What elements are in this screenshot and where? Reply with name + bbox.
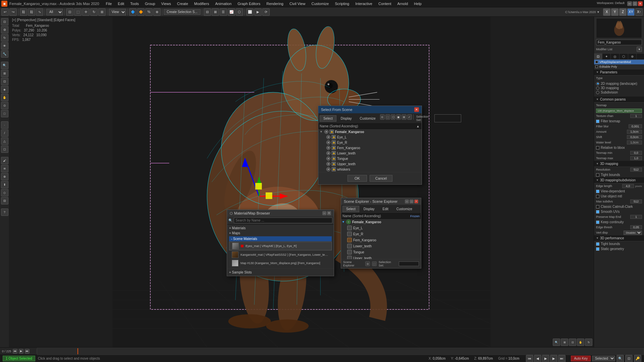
water-level-input[interactable] [627,140,642,144]
pan-btn[interactable]: ✋ [1,94,8,101]
mapping-3d-section[interactable]: ▼ 3D mapping [594,161,644,167]
3d-perf-section[interactable]: ▼ 3D performance [594,235,644,241]
se-footer-btn2[interactable]: ⬚ [372,261,377,266]
mat-minimize[interactable]: ─ [322,211,326,215]
view-dep-check[interactable]: ✓ [596,190,599,193]
next-key-btn[interactable]: ⏭ [25,349,30,354]
connect-btn[interactable]: ⊟ [1,197,8,204]
se-maximize[interactable]: □ [410,199,414,203]
render-frame-button[interactable]: ▶ [254,8,262,16]
xy-axis-btn[interactable]: XY [627,8,635,16]
mod-tab-2[interactable]: ✦ [602,54,611,59]
menu-create[interactable]: Create [174,0,191,7]
menu-modifiers[interactable]: Modifiers [192,0,212,7]
rotate-button[interactable]: ↻ [90,8,98,16]
vp-zoom-ext[interactable]: ⊡ [569,339,576,346]
render-iterative-button[interactable]: ⟳ [262,8,270,16]
soft-selection-btn[interactable]: ≋ [1,165,8,172]
redo-button[interactable]: ↪ [9,8,17,16]
scene-icon-btn6[interactable]: ✓ [407,114,412,120]
menu-tools[interactable]: Tools [127,0,142,7]
percent-snap-button[interactable]: % [145,8,153,16]
yz-axis-btn[interactable]: X↑ [635,8,643,16]
next-frame-btn[interactable]: ▶ [550,355,557,362]
tree-item-lowerteeth[interactable]: 👁 🔒 Lower_teeth [318,150,422,156]
tab-select[interactable]: Select [320,115,336,122]
radio-3d-mapping[interactable]: 3D mapping [596,86,642,90]
se-eyeL[interactable]: Eye_L [341,225,421,231]
scene-icon-btn2[interactable]: ⬚ [385,114,390,120]
materials-section[interactable]: + Materials [229,226,332,231]
utilities-btn[interactable]: 🔧 [1,50,8,58]
filter-texmap-check[interactable]: ✓ [596,120,599,123]
prev-frame-btn[interactable]: ◀ [534,355,541,362]
scene-icon-btn3[interactable]: ⬡ [391,114,395,120]
viewport-select[interactable]: View [109,9,126,15]
tree-item-whiskers[interactable]: 👁 🔒 whiskers [318,167,422,172]
set-key-btn[interactable]: 🔑 [634,355,641,362]
paint-brush-btn[interactable]: 🖌 [1,157,8,164]
scene-icon-btn5[interactable]: ⊞ [401,114,406,120]
smooth-uvs-check[interactable]: ✓ [596,210,599,214]
angle-snap-button[interactable]: 🔶 [137,8,145,16]
menu-content[interactable]: Content [376,0,394,7]
edge-btn[interactable]: / [1,129,8,137]
time-cursor[interactable] [77,348,78,354]
use-obj-mtl-check[interactable] [596,195,599,198]
select-button[interactable]: ⊡ [66,8,73,16]
maps-section[interactable]: + Maps [229,231,332,236]
create-selection-button[interactable]: Create Selection S... [164,9,201,15]
vp-zoom-all[interactable]: ⊞ [561,339,568,346]
shift-input[interactable] [627,135,642,139]
schematic-button[interactable]: ⬡ [236,8,243,16]
classic-catmull-check[interactable] [596,205,599,208]
dialog-close-select[interactable]: ✕ [414,107,419,112]
minimize-button[interactable]: ─ [627,1,632,6]
auto-key-btn[interactable]: Auto Key [571,356,591,361]
common-params-section[interactable]: ▼ Common params [594,97,644,103]
mod-tab-active[interactable]: ⊡ [594,54,602,59]
vp-pan[interactable]: ✋ [577,339,584,346]
resolution-input[interactable] [630,168,642,172]
max-subdiv-input[interactable] [630,199,642,203]
tree-item-upperteeth[interactable]: 👁 🔒 Upper_teeth [318,161,422,167]
menu-file[interactable]: File [103,0,115,7]
relative-bbox-check[interactable] [596,146,599,149]
weld-btn[interactable]: ⊕ [1,173,8,180]
render-setup-button[interactable]: ⬜ [246,8,254,16]
radio-2d-mapping[interactable]: 2D mapping (landscape) [596,81,642,86]
se-tab-edit[interactable]: Edit [379,206,392,212]
vertex-btn[interactable]: · [1,121,8,129]
field-of-view-btn[interactable]: ◈ [1,86,8,93]
mat-item-map130[interactable]: Map #130 (Kangaroo_Mom_displace.png) [Fe… [229,259,332,267]
selection-filter[interactable]: All [46,9,63,15]
se-tab-customize[interactable]: Customize [393,206,416,212]
tight-bounds-2-check[interactable]: ✓ [596,242,599,246]
menu-civil-view[interactable]: Civil View [287,0,308,7]
selection-set-input[interactable] [434,114,461,122]
se-root[interactable]: ▼ ◎ Female_Kangaroo [341,219,421,225]
mod-item-vray[interactable]: VRayDisplacementMod [594,60,644,64]
zoom-all-btn[interactable]: ⊞ [1,70,8,77]
se-femkang[interactable]: Fem_Kangaroo [341,237,421,243]
se-tab-select[interactable]: Select [342,206,359,212]
mat-browser-title[interactable]: ⬡ Material/Map Browser ─ ✕ [227,210,334,217]
object-name-input[interactable] [596,40,642,45]
menu-scripting[interactable]: Scripting [332,0,352,7]
y-axis-btn[interactable]: Y [611,8,619,16]
menu-group[interactable]: Group [142,0,158,7]
play-anim-btn[interactable]: ▶ [542,355,549,362]
tight-bounds-check[interactable] [596,173,599,177]
mat-close[interactable]: ✕ [327,211,331,215]
skip-end-btn[interactable]: ⏭ [558,355,566,362]
hierarchy-btn[interactable]: ⚙ [1,26,8,34]
tree-item-femkang[interactable]: 👁 🔒 Fem_Kangaroo [318,145,422,150]
chamfer-btn[interactable]: ◇ [1,189,8,196]
mirror-button[interactable]: ⊟ [204,8,211,16]
align-button[interactable]: ⊠ [212,8,219,16]
menu-graph-editors[interactable]: Graph Editors [235,0,263,7]
se-lowerteeth[interactable]: Lower_teeth [341,243,421,249]
help-btn[interactable]: ? [1,208,8,216]
sample-slots-btn[interactable]: + Sample Slots [229,270,332,275]
tree-item-eyelL[interactable]: 👁 🔒 Eye_L [318,134,422,140]
